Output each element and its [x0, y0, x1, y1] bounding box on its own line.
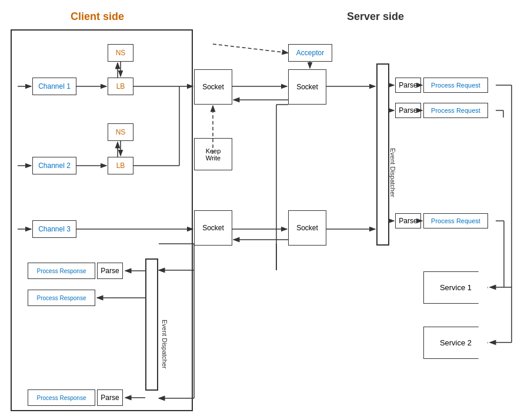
channel1-box: Channel 1: [32, 78, 76, 95]
ns2-box: NS: [108, 123, 133, 141]
channel2-box: Channel 2: [32, 157, 76, 174]
parse-resp2-box: Parse: [97, 389, 123, 406]
parse2-box: Parse: [395, 103, 421, 118]
process-resp1-box: Process Response: [28, 263, 95, 279]
parse3-box: Parse: [395, 213, 421, 229]
process-resp2-box: Process Response: [28, 290, 95, 306]
socket-server2-box: Socket: [288, 210, 326, 246]
lb2-box: LB: [108, 157, 133, 174]
ns1-box: NS: [108, 44, 133, 62]
acceptor-box: Acceptor: [288, 44, 332, 62]
process-req1-box: Process Request: [423, 78, 488, 93]
service2-box: Service 2: [423, 327, 488, 359]
parse-resp1-box: Parse: [97, 263, 123, 279]
svg-line-17: [213, 44, 288, 53]
socket-client1-box: Socket: [194, 69, 232, 105]
lb1-box: LB: [108, 78, 133, 95]
parse1-box: Parse: [395, 78, 421, 93]
client-side-label: Client side: [71, 11, 124, 23]
socket-server1-box: Socket: [288, 69, 326, 105]
process-resp3-box: Process Response: [28, 389, 95, 406]
event-dispatcher-left-label: Event Dispatcher: [115, 320, 168, 332]
keep-write-box: Keep Write: [194, 138, 232, 170]
process-req3-box: Process Request: [423, 213, 488, 229]
process-req2-box: Process Request: [423, 103, 488, 118]
service1-box: Service 1: [423, 271, 488, 304]
server-side-label: Server side: [347, 11, 404, 23]
diagram: Client side Server side NS NS LB LB Chan…: [0, 0, 531, 420]
event-dispatcher-right-label: Event Dispatcher: [346, 148, 399, 161]
channel3-box: Channel 3: [32, 220, 76, 238]
socket-client2-box: Socket: [194, 210, 232, 246]
